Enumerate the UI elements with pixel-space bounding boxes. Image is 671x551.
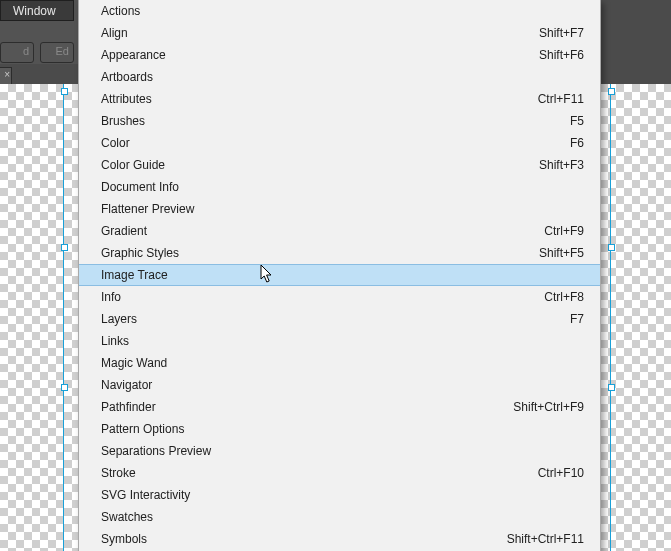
menu-item-shortcut: Shift+F3 [539,158,584,172]
selection-edge-left [63,84,64,551]
menu-item-appearance[interactable]: AppearanceShift+F6 [79,44,600,66]
menu-item-shortcut: Ctrl+F10 [538,466,584,480]
menu-item-shortcut: Ctrl+F11 [538,92,584,106]
menu-item-label: Gradient [101,224,544,238]
menu-item-color[interactable]: ColorF6 [79,132,600,154]
selection-handle[interactable] [61,244,68,251]
menu-item-label: Separations Preview [101,444,584,458]
selection-edge-right [610,84,611,551]
menu-item-label: Actions [101,4,584,18]
menu-item-label: Appearance [101,48,539,62]
selection-handle[interactable] [608,244,615,251]
menu-item-shortcut: Shift+F7 [539,26,584,40]
document-tab-fragment[interactable]: × [0,67,12,85]
menu-item-document-info[interactable]: Document Info [79,176,600,198]
menu-item-shortcut: Ctrl+F9 [544,224,584,238]
menu-item-label: Document Info [101,180,584,194]
selection-handle[interactable] [608,384,615,391]
close-icon[interactable]: × [4,69,10,80]
selection-handle[interactable] [61,384,68,391]
menu-item-pathfinder[interactable]: PathfinderShift+Ctrl+F9 [79,396,600,418]
menubar: Window [0,0,78,22]
menu-item-brushes[interactable]: BrushesF5 [79,110,600,132]
menu-item-label: Symbols [101,532,507,546]
menu-item-label: Pathfinder [101,400,513,414]
menu-item-label: Color Guide [101,158,539,172]
menu-item-label: Attributes [101,92,538,106]
menu-item-label: SVG Interactivity [101,488,584,502]
menu-item-label: Color [101,136,570,150]
menu-item-actions[interactable]: Actions [79,0,600,22]
menu-item-shortcut: F5 [570,114,584,128]
menu-item-pattern-options[interactable]: Pattern Options [79,418,600,440]
menu-item-shortcut: F6 [570,136,584,150]
menu-item-label: Info [101,290,544,304]
menu-item-layers[interactable]: LayersF7 [79,308,600,330]
menu-item-label: Pattern Options [101,422,584,436]
menu-item-shortcut: Shift+Ctrl+F11 [507,532,584,546]
menu-item-label: Magic Wand [101,356,584,370]
menu-item-shortcut: Shift+F6 [539,48,584,62]
selection-handle[interactable] [608,88,615,95]
menu-item-shortcut: Shift+Ctrl+F9 [513,400,584,414]
selection-handle[interactable] [61,88,68,95]
menu-item-label: Image Trace [101,268,584,282]
menu-item-label: Flattener Preview [101,202,584,216]
menu-item-shortcut: F7 [570,312,584,326]
menu-item-artboards[interactable]: Artboards [79,66,600,88]
menu-item-separations-preview[interactable]: Separations Preview [79,440,600,462]
menu-item-label: Brushes [101,114,570,128]
menu-item-flattener-preview[interactable]: Flattener Preview [79,198,600,220]
menu-item-label: Stroke [101,466,538,480]
menu-item-magic-wand[interactable]: Magic Wand [79,352,600,374]
options-btn-a[interactable]: d [0,42,34,63]
menu-item-navigator[interactable]: Navigator [79,374,600,396]
window-menu-dropdown: ActionsAlignShift+F7AppearanceShift+F6Ar… [78,0,601,551]
menu-item-align[interactable]: AlignShift+F7 [79,22,600,44]
menubar-item-window[interactable]: Window [0,0,74,21]
menu-item-color-guide[interactable]: Color GuideShift+F3 [79,154,600,176]
menu-item-shortcut: Shift+F5 [539,246,584,260]
menu-item-label: Layers [101,312,570,326]
menu-item-label: Links [101,334,584,348]
menu-item-gradient[interactable]: GradientCtrl+F9 [79,220,600,242]
menu-item-shortcut: Ctrl+F8 [544,290,584,304]
options-bar-fragment: d Ed [0,22,78,64]
menu-item-label: Artboards [101,70,584,84]
menu-item-label: Align [101,26,539,40]
options-btn-b[interactable]: Ed [40,42,74,63]
menu-item-swatches[interactable]: Swatches [79,506,600,528]
menu-item-image-trace[interactable]: Image Trace [79,264,600,286]
menu-item-label: Navigator [101,378,584,392]
menu-item-attributes[interactable]: AttributesCtrl+F11 [79,88,600,110]
menu-item-graphic-styles[interactable]: Graphic StylesShift+F5 [79,242,600,264]
menu-item-stroke[interactable]: StrokeCtrl+F10 [79,462,600,484]
menu-item-links[interactable]: Links [79,330,600,352]
menu-item-svg-interactivity[interactable]: SVG Interactivity [79,484,600,506]
menu-item-info[interactable]: InfoCtrl+F8 [79,286,600,308]
menu-item-label: Swatches [101,510,584,524]
menu-item-label: Graphic Styles [101,246,539,260]
menu-item-symbols[interactable]: SymbolsShift+Ctrl+F11 [79,528,600,550]
